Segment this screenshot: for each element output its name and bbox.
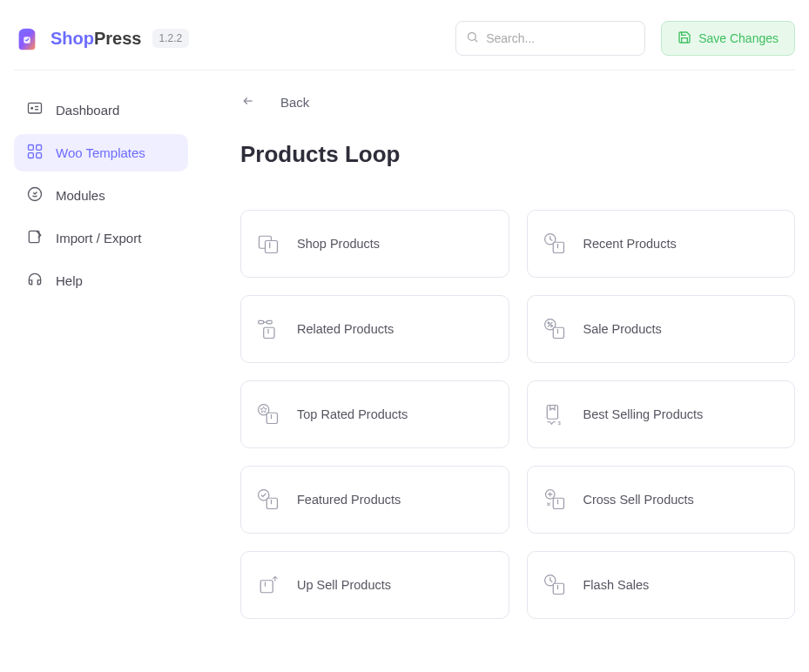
card-recent-products[interactable]: Recent Products — [527, 210, 796, 278]
card-label: Featured Products — [297, 493, 401, 507]
svg-point-24 — [548, 322, 549, 324]
svg-rect-29 — [547, 406, 557, 420]
card-label: Best Selling Products — [583, 407, 704, 421]
brand-shop: Shop — [51, 29, 94, 48]
svg-rect-34 — [553, 498, 563, 508]
best-selling-icon: $ — [542, 401, 568, 427]
sidebar-item-modules[interactable]: Modules — [14, 177, 188, 214]
svg-point-25 — [550, 326, 552, 327]
svg-point-4 — [31, 107, 33, 109]
back-label: Back — [280, 95, 309, 110]
svg-rect-28 — [266, 413, 277, 423]
search-icon — [466, 30, 479, 47]
help-icon — [26, 271, 44, 291]
sidebar-item-label: Help — [56, 273, 83, 288]
card-related-products[interactable]: Related Products — [240, 295, 509, 363]
dashboard-icon — [26, 100, 44, 120]
card-label: Recent Products — [583, 237, 677, 251]
card-label: Top Rated Products — [297, 407, 408, 421]
svg-rect-17 — [553, 242, 563, 252]
svg-rect-15 — [266, 241, 278, 253]
brand-logo-icon — [14, 25, 40, 51]
svg-rect-32 — [266, 498, 277, 508]
sidebar-item-label: Modules — [56, 188, 105, 203]
modules-icon — [26, 185, 44, 205]
card-label: Related Products — [297, 322, 394, 336]
page-title: Products Loop — [240, 141, 795, 168]
import-export-icon — [26, 228, 44, 248]
version-badge: 1.2.2 — [152, 29, 190, 48]
sidebar-item-import-export[interactable]: Import / Export — [14, 219, 188, 257]
save-label: Save Changes — [698, 31, 779, 45]
main: Back Products Loop Shop Products — [240, 91, 795, 619]
save-icon — [678, 30, 691, 47]
top-rated-icon — [255, 401, 281, 427]
card-up-sell-products[interactable]: Up Sell Products — [240, 551, 509, 619]
sidebar-item-label: Dashboard — [56, 103, 119, 118]
card-top-rated-products[interactable]: Top Rated Products — [240, 380, 509, 448]
brand-press: Press — [94, 29, 142, 48]
svg-rect-10 — [37, 153, 42, 158]
card-label: Sale Products — [583, 322, 662, 336]
card-best-selling-products[interactable]: $ Best Selling Products — [527, 380, 796, 448]
up-sell-icon — [255, 572, 281, 598]
card-label: Shop Products — [297, 237, 380, 251]
body: Dashboard Woo Templates — [14, 91, 795, 619]
sidebar-item-label: Import / Export — [56, 231, 141, 245]
card-featured-products[interactable]: Featured Products — [240, 466, 509, 534]
svg-line-2 — [475, 39, 477, 42]
search-input[interactable] — [455, 21, 645, 56]
back-button[interactable]: Back — [240, 95, 795, 110]
svg-rect-7 — [29, 145, 34, 151]
templates-icon — [26, 143, 44, 163]
back-arrow-icon — [240, 95, 256, 110]
card-flash-sales[interactable]: Flash Sales — [527, 551, 796, 619]
svg-rect-37 — [553, 583, 563, 594]
svg-rect-26 — [553, 327, 563, 338]
brand-text: ShopPress — [51, 29, 142, 49]
card-cross-sell-products[interactable]: Cross Sell Products — [527, 466, 796, 534]
sidebar-item-dashboard[interactable]: Dashboard — [14, 91, 188, 129]
card-label: Up Sell Products — [297, 578, 391, 592]
svg-line-23 — [548, 322, 552, 326]
sidebar-item-label: Woo Templates — [56, 145, 145, 160]
card-label: Cross Sell Products — [583, 493, 694, 507]
svg-rect-21 — [264, 327, 274, 338]
flash-sales-icon — [542, 572, 568, 598]
card-sale-products[interactable]: Sale Products — [527, 295, 796, 363]
recent-products-icon — [542, 231, 568, 257]
sidebar-item-help[interactable]: Help — [14, 262, 188, 299]
svg-rect-9 — [29, 153, 34, 158]
search-wrap — [455, 21, 645, 56]
save-changes-button[interactable]: Save Changes — [661, 21, 795, 56]
card-shop-products[interactable]: Shop Products — [240, 210, 509, 278]
card-grid: Shop Products Recent Products — [240, 210, 795, 619]
header-right: Save Changes — [455, 21, 795, 56]
shop-products-icon — [255, 231, 281, 257]
svg-rect-8 — [37, 145, 42, 151]
featured-icon — [255, 487, 281, 513]
sidebar: Dashboard Woo Templates — [14, 91, 188, 619]
header: ShopPress 1.2.2 Save — [14, 14, 795, 71]
svg-text:$: $ — [557, 420, 561, 426]
sale-products-icon — [542, 316, 568, 342]
sidebar-item-woo-templates[interactable]: Woo Templates — [14, 134, 188, 171]
related-products-icon — [255, 316, 281, 342]
cross-sell-icon — [542, 487, 568, 513]
svg-rect-3 — [29, 103, 42, 113]
svg-rect-35 — [260, 581, 273, 593]
svg-point-1 — [469, 32, 476, 40]
svg-rect-19 — [266, 320, 272, 324]
svg-rect-18 — [259, 320, 264, 324]
card-label: Flash Sales — [583, 578, 650, 592]
brand: ShopPress 1.2.2 — [14, 25, 189, 51]
